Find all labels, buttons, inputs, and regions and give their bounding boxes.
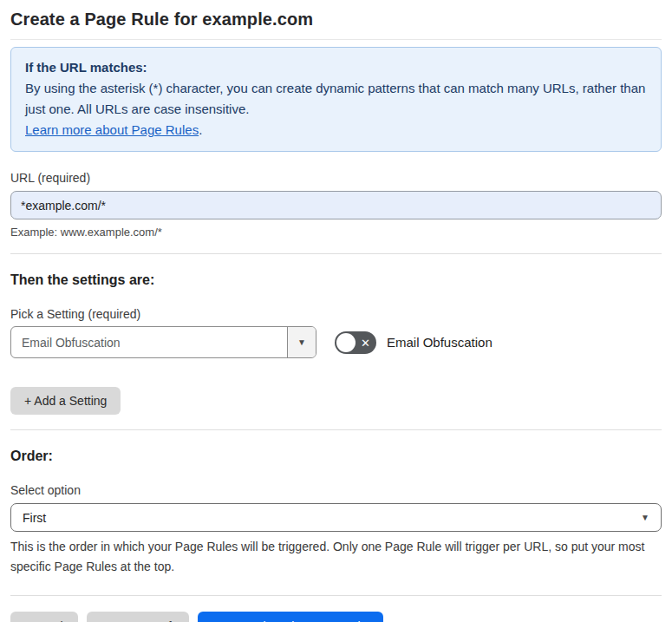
info-box-body: By using the asterisk (*) character, you…	[25, 78, 647, 120]
setting-dropdown-value: Email Obfuscation	[11, 327, 287, 357]
email-obfuscation-toggle[interactable]: ✕	[335, 331, 376, 354]
learn-more-link[interactable]: Learn more about Page Rules	[25, 122, 199, 137]
page-rule-form: Create a Page Rule for example.com If th…	[0, 0, 672, 622]
add-setting-button[interactable]: + Add a Setting	[10, 387, 121, 415]
divider	[10, 429, 662, 430]
order-select[interactable]: First ▼	[10, 503, 662, 532]
toggle-label: Email Obfuscation	[387, 335, 493, 350]
link-suffix: .	[199, 122, 202, 137]
url-input[interactable]	[10, 191, 662, 219]
cancel-button[interactable]: Cancel	[10, 612, 78, 622]
divider	[10, 39, 662, 40]
url-example-hint: Example: www.example.com/*	[10, 226, 662, 239]
chevron-down-icon: ▼	[297, 338, 306, 347]
pick-setting-label: Pick a Setting (required)	[10, 307, 662, 321]
chevron-down-icon: ▼	[641, 514, 649, 522]
url-field-label: URL (required)	[10, 171, 662, 185]
info-box-heading: If the URL matches:	[25, 57, 647, 78]
save-as-draft-button[interactable]: Save as Draft	[87, 612, 190, 622]
setting-dropdown-arrow-button[interactable]: ▼	[287, 327, 316, 357]
divider	[10, 253, 662, 254]
order-select-label: Select option	[10, 483, 662, 497]
order-hint: This is the order in which your Page Rul…	[10, 537, 652, 577]
url-match-info-box: If the URL matches: By using the asteris…	[10, 47, 662, 152]
page-title: Create a Page Rule for example.com	[10, 0, 662, 29]
order-select-value: First	[23, 511, 46, 525]
toggle-off-x-icon: ✕	[361, 337, 370, 348]
divider	[10, 595, 662, 596]
footer-actions: Cancel Save as Draft Save and Deploy Pag…	[10, 612, 662, 622]
order-section-heading: Order:	[10, 448, 662, 464]
setting-row: Email Obfuscation ▼ ✕ Email Obfuscation	[10, 326, 662, 358]
info-box-link-line: Learn more about Page Rules.	[25, 120, 647, 141]
setting-dropdown[interactable]: Email Obfuscation ▼	[10, 326, 316, 358]
toggle-knob	[336, 333, 356, 352]
settings-section-heading: Then the settings are:	[10, 272, 662, 288]
save-and-deploy-button[interactable]: Save and Deploy Page Rule	[198, 612, 383, 622]
